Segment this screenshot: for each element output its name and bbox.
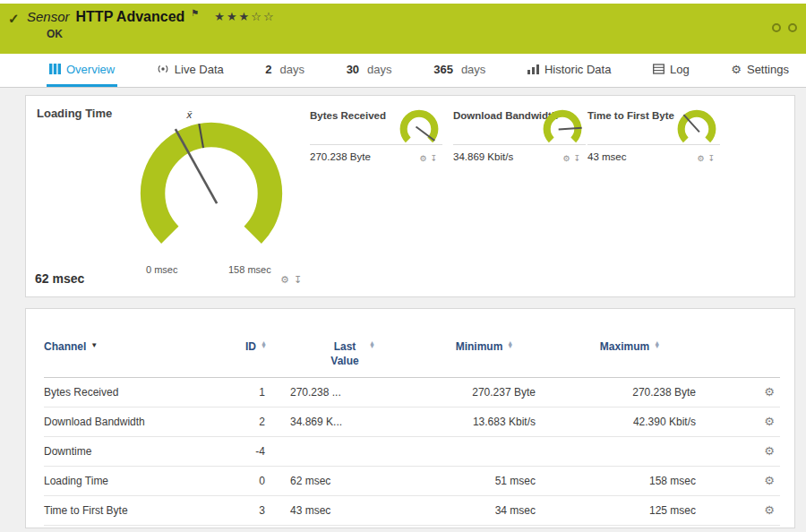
header-action-icon-1[interactable] <box>772 23 781 32</box>
gauge-dial <box>673 105 720 151</box>
col-header-id[interactable]: ID▲▼ <box>229 336 283 378</box>
channel-maximum: 125 msec <box>552 496 708 526</box>
table-row[interactable]: Bytes Received 1 270.238 ... 270.237 Byt… <box>44 378 780 408</box>
tab-live-data[interactable]: Live Data <box>154 54 227 87</box>
tab-label: Settings <box>747 63 789 76</box>
main-gauge-value: 62 msec <box>35 271 84 286</box>
channel-settings-gear-icon[interactable]: ⚙ <box>764 444 775 458</box>
priority-flag-icon[interactable]: ⚑ <box>191 8 199 18</box>
channel-last-value: 270.238 ... <box>283 378 417 408</box>
col-header-last-value[interactable]: Last Value▲▼ <box>283 336 417 378</box>
gauge-dial <box>539 105 586 151</box>
table-row[interactable]: Download Bandwidth 2 34.869 K... 13.683 … <box>44 408 780 437</box>
channel-last-value: 62 msec <box>283 467 417 496</box>
tab-label: days <box>367 63 391 76</box>
gauges-panel: Loading Time x̄ 0 msec 158 msec 62 msec … <box>25 95 795 297</box>
gear-icon[interactable]: ⚙ <box>419 155 426 163</box>
tab-label: days <box>461 63 485 76</box>
channel-last-value: 34.869 K... <box>283 408 417 437</box>
pin-icon[interactable]: ↧ <box>707 155 715 163</box>
channel-name[interactable]: Bytes Received <box>44 378 229 408</box>
app-root: ✓ Sensor HTTP Advanced ⚑ ★★★☆☆ OK Overvi… <box>0 0 806 528</box>
channel-minimum <box>417 437 552 467</box>
tab-number: 30 <box>347 63 359 76</box>
sensor-status-bar: ✓ Sensor HTTP Advanced ⚑ ★★★☆☆ OK <box>0 4 806 54</box>
object-kind-label: Sensor <box>27 9 70 24</box>
tab-number: 365 <box>433 63 453 76</box>
mini-gauge-bytes-received: Bytes Received 270.238 Byte ⚙ ↧ <box>310 110 442 175</box>
channel-id: 3 <box>229 496 283 526</box>
table-row[interactable]: Loading Time 0 62 msec 51 msec 158 msec … <box>44 467 780 496</box>
pin-icon[interactable]: ↧ <box>430 155 437 163</box>
tab-settings[interactable]: ⚙ Settings <box>728 54 792 87</box>
channel-last-value: 43 msec <box>283 496 417 526</box>
col-header-minimum[interactable]: Minimum▲▼ <box>417 336 552 378</box>
gear-icon[interactable]: ⚙ <box>697 155 704 163</box>
col-header-maximum[interactable]: Maximum▲▼ <box>552 336 708 378</box>
gear-icon[interactable]: ⚙ <box>562 155 570 163</box>
main-gauge-max: 158 msec <box>228 264 271 275</box>
channel-settings-gear-icon[interactable]: ⚙ <box>764 474 775 487</box>
channel-minimum: 270.237 Byte <box>417 378 552 408</box>
channel-name[interactable]: Time to First Byte <box>44 496 229 526</box>
sensor-title-line: Sensor HTTP Advanced ⚑ ★★★☆☆ <box>27 9 797 25</box>
col-label: Channel <box>44 339 86 354</box>
tab-30-days[interactable]: 30 days <box>344 54 395 87</box>
channel-name[interactable]: Download Bandwidth <box>44 408 229 437</box>
col-label: Maximum <box>600 339 649 354</box>
col-label: Last Value <box>325 339 364 368</box>
pin-icon[interactable]: ↧ <box>294 275 302 285</box>
tab-365-days[interactable]: 365 days <box>431 54 488 87</box>
tab-2-days[interactable]: 2 days <box>262 54 307 87</box>
channel-table: Channel▼ ID▲▼ Last Value▲▼ Minimum▲▼ Max… <box>44 336 780 526</box>
mini-gauge-label: Time to First Byte <box>587 110 674 121</box>
tab-log[interactable]: Log <box>650 54 692 87</box>
tab-label: days <box>280 63 304 76</box>
avg-marker-label: x̄ <box>186 108 193 120</box>
mini-gauge-value: 270.238 Byte <box>310 151 371 162</box>
table-row[interactable]: Time to First Byte 3 43 msec 34 msec 125… <box>44 496 780 526</box>
tab-historic-data[interactable]: Historic Data <box>525 54 613 87</box>
channel-minimum: 34 msec <box>417 496 552 526</box>
gear-icon[interactable]: ⚙ <box>280 275 289 285</box>
main-gauge-label: Loading Time <box>37 107 112 120</box>
mini-gauge-actions: ⚙ ↧ <box>419 155 437 163</box>
col-label: Minimum <box>456 339 503 354</box>
channel-settings-gear-icon[interactable]: ⚙ <box>764 385 775 399</box>
sensor-status-text: OK <box>47 28 797 40</box>
channel-last-value <box>283 437 417 467</box>
table-row[interactable]: Downtime -4 ⚙ <box>44 437 780 467</box>
sensor-name: HTTP Advanced <box>76 9 185 25</box>
channel-maximum: 42.390 Kbit/s <box>552 408 708 437</box>
mini-gauge-download-bandwidth: Download Bandwidth 34.869 Kbit/s ⚙ ↧ <box>453 110 586 175</box>
tab-bar: Overview Live Data 2 days 30 days 365 da… <box>0 54 806 88</box>
channel-name[interactable]: Loading Time <box>44 467 229 496</box>
channel-minimum: 13.683 Kbit/s <box>417 408 552 437</box>
channel-settings-gear-icon[interactable]: ⚙ <box>764 415 775 428</box>
mini-gauge-label: Bytes Received <box>310 110 386 121</box>
overview-icon <box>49 64 61 74</box>
live-data-icon <box>157 64 169 74</box>
header-actions <box>772 23 797 32</box>
channel-minimum: 51 msec <box>417 467 552 496</box>
bar-chart-icon <box>527 64 539 74</box>
col-header-channel[interactable]: Channel▼ <box>44 336 229 378</box>
tab-overview[interactable]: Overview <box>47 54 117 87</box>
channel-id: -4 <box>229 437 283 467</box>
pin-icon[interactable]: ↧ <box>573 155 580 163</box>
sort-caret-icon: ▼ <box>90 341 98 351</box>
tab-label: Historic Data <box>544 63 611 76</box>
table-header-row: Channel▼ ID▲▼ Last Value▲▼ Minimum▲▼ Max… <box>44 336 780 378</box>
mini-gauge-actions: ⚙ ↧ <box>562 155 580 163</box>
tab-label: Log <box>670 63 690 76</box>
header-action-icon-2[interactable] <box>788 23 797 32</box>
priority-stars[interactable]: ★★★☆☆ <box>214 10 275 23</box>
channel-settings-gear-icon[interactable]: ⚙ <box>764 503 775 517</box>
channel-maximum: 270.238 Byte <box>552 378 708 408</box>
channel-maximum: 158 msec <box>552 467 708 496</box>
gear-icon: ⚙ <box>731 63 742 76</box>
mini-gauge-actions: ⚙ ↧ <box>697 155 715 163</box>
log-icon <box>653 64 665 74</box>
channel-name[interactable]: Downtime <box>44 437 229 467</box>
gauge-dial <box>396 105 442 151</box>
